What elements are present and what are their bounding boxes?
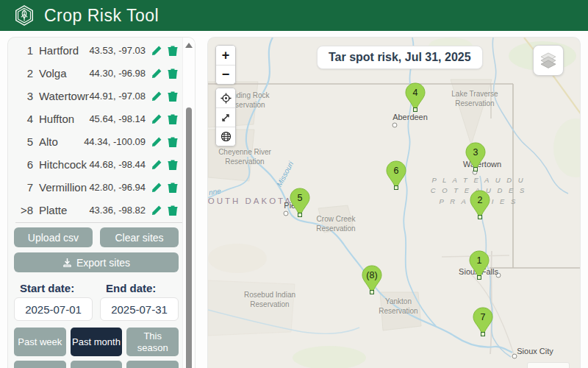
page-title: Crop Risk Tool [44,6,159,26]
clear-sites-button[interactable]: Clear sites [100,227,179,247]
site-coords: 44.91, -97.08 [89,91,146,102]
past-week-button[interactable]: Past week [14,328,66,356]
crosshair-icon [220,93,232,104]
site-row: 6 Hitchcock 44.68, -98.44 [8,153,182,176]
last-season-button[interactable]: Last season [126,361,179,368]
delete-site-button[interactable] [165,180,180,195]
site-index: 3 [17,90,33,102]
map-marker-8[interactable]: (8) [362,265,382,294]
site-index: 5 [17,135,33,148]
globe-icon [220,131,232,142]
delete-site-button[interactable] [165,158,180,172]
site-name: Watertown [39,90,89,102]
marker-tip [473,167,478,171]
upload-csv-button[interactable]: Upload csv [14,227,93,247]
start-date-input[interactable]: 2025-07-01 [14,297,93,321]
map-marker-3[interactable]: 3 [465,142,486,171]
marker-number: 5 [290,193,310,203]
fullscreen-button[interactable] [216,107,235,127]
map-marker-6[interactable]: 6 [386,160,406,190]
app-header: Crop Risk Tool [0,0,588,31]
site-name: Hitchcock [39,158,89,171]
zoom-control: + − [215,45,236,85]
map-marker-1[interactable]: 1 [469,250,490,280]
marker-tip [481,332,485,336]
this-season-button[interactable]: This season [126,328,179,356]
delete-site-button[interactable] [165,203,180,218]
marker-number: 2 [470,195,490,205]
map-tools-control [215,88,236,146]
marker-number: 4 [405,88,426,98]
site-row: >8 Platte 43.36, -98.82 [8,199,182,222]
site-coords: 44.30, -96.98 [89,68,146,79]
app-window: Crop Risk Tool 1 Hartford 43.53, -97.03 … [0,0,588,368]
delete-site-button[interactable] [165,43,180,58]
start-date-label: Start date: [14,282,93,294]
edit-site-button[interactable] [149,158,164,172]
site-list: 1 Hartford 43.53, -97.03 2 Volga 44.30, … [8,38,195,222]
last-year-button[interactable]: Last year [71,361,123,368]
site-index: 1 [17,44,33,57]
delete-site-button[interactable] [165,112,180,127]
site-name: Vermillion [39,181,89,194]
delete-site-button[interactable] [165,89,180,104]
marker-number: 6 [386,166,406,176]
download-icon [62,258,72,267]
end-date-input[interactable]: 2025-07-31 [100,297,179,321]
export-sites-label: Export sites [76,257,130,269]
site-name: Hartford [39,44,89,57]
marker-number: (8) [362,270,382,280]
marker-number: 3 [465,147,486,158]
marker-tip [478,215,482,219]
map-title: Tar spot risk, Jul 31, 2025 [317,46,483,69]
site-row: 7 Vermillion 42.80, -96.94 [8,176,182,199]
site-coords: 45.64, -98.14 [89,113,146,124]
scroll-up-arrow-icon[interactable] [185,43,193,48]
edit-site-button[interactable] [149,66,164,81]
site-coords: 43.53, -97.03 [89,45,146,56]
end-date-label: End date: [100,282,179,294]
scrollbar-thumb[interactable] [186,107,192,368]
marker-tip [477,275,481,280]
divider [15,222,187,223]
site-index: 7 [17,181,33,194]
edit-site-button[interactable] [149,203,164,218]
town-dot-pierre [284,211,289,216]
locate-button[interactable] [216,88,235,107]
edit-site-button[interactable] [149,180,164,195]
sidebar: 1 Hartford 43.53, -97.03 2 Volga 44.30, … [7,37,196,368]
map-basemap [208,38,581,368]
marker-tip [413,107,417,112]
edit-site-button[interactable] [149,135,164,149]
map-marker-5[interactable]: 5 [290,188,310,217]
site-coords: 44.68, -98.44 [89,159,146,170]
map-marker-2[interactable]: 2 [470,190,490,219]
delete-site-button[interactable] [165,135,180,149]
zoom-in-button[interactable]: + [216,46,235,65]
edit-site-button[interactable] [149,89,164,104]
this-year-button[interactable]: This year [14,361,66,368]
map-marker-7[interactable]: 7 [473,307,493,336]
map-marker-4[interactable]: 4 [405,82,426,112]
export-sites-button[interactable]: Export sites [14,252,179,272]
delete-site-button[interactable] [165,66,180,81]
marker-tip [298,213,302,217]
zoom-out-button[interactable]: − [216,65,235,84]
site-name: Huffton [39,113,89,125]
site-index: 2 [17,67,33,79]
site-index: 4 [17,113,33,125]
site-index: >8 [17,204,33,216]
site-row: 1 Hartford 43.53, -97.03 [8,39,182,62]
marker-number: 7 [473,312,493,322]
past-month-button[interactable]: Past month [71,328,123,356]
layers-control[interactable] [533,45,564,76]
site-row: 5 Alto 44.34, -100.09 [8,130,182,153]
edit-site-button[interactable] [149,43,164,58]
globe-button[interactable] [216,127,235,146]
layers-icon [539,51,558,70]
map[interactable]: Standing Rock Reservation Cheyenne River… [207,37,581,368]
site-name: Volga [39,67,89,79]
sidebar-scrollbar[interactable] [182,38,195,368]
site-index: 6 [17,158,33,171]
edit-site-button[interactable] [149,112,164,127]
